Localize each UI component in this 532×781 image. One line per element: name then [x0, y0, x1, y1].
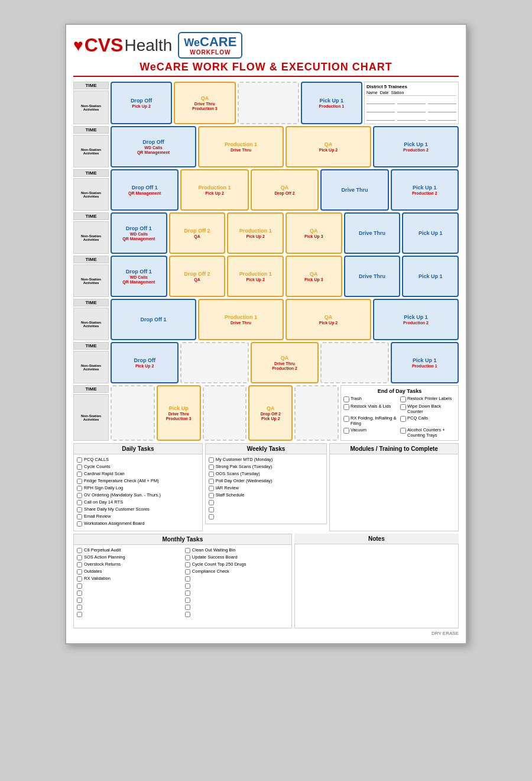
daily-fridge[interactable]: Fridge Temperature Check (AM + PM) — [77, 478, 199, 484]
daily-check-6[interactable] — [77, 493, 82, 498]
daily-share[interactable]: Share Daily My Customer Scores — [77, 506, 199, 512]
daily-workstation[interactable]: Workstation Assignment Board — [77, 521, 199, 527]
daily-check-8[interactable] — [77, 507, 82, 512]
monthly-blank-3[interactable] — [77, 597, 180, 603]
monthly-check-17[interactable] — [185, 590, 190, 596]
daily-check-10[interactable] — [77, 521, 82, 527]
eod-item-1[interactable]: Trash — [343, 396, 399, 402]
stations-row-3: Drop Off 1 QR Management Production 1 Pi… — [111, 169, 459, 211]
weekly-blank-2[interactable] — [209, 506, 324, 512]
eod-check-8[interactable] — [400, 428, 406, 434]
weekly-check-1[interactable] — [209, 457, 214, 463]
weekly-check-3[interactable] — [209, 472, 214, 477]
weekly-check-2[interactable] — [209, 464, 214, 470]
monthly-check-13[interactable] — [185, 562, 190, 567]
monthly-check-2[interactable] — [77, 555, 82, 560]
eod-check-4[interactable] — [400, 404, 406, 410]
weekly-check-9[interactable] — [209, 514, 214, 519]
weekly-strong[interactable]: Strong Pak Scans (Tuesday) — [209, 464, 324, 470]
eod-item-2[interactable]: Restock Printer Labels — [400, 396, 456, 402]
monthly-blank-4[interactable] — [77, 604, 180, 610]
daily-rph[interactable]: RPH Sign Daily Log — [77, 485, 199, 491]
daily-check-5[interactable] — [77, 486, 82, 491]
monthly-check-9[interactable] — [77, 605, 82, 610]
monthly-cycle[interactable]: Cycle Count Top 250 Drugs — [185, 561, 288, 567]
monthly-rx[interactable]: RX Validation — [77, 576, 180, 582]
eod-item-3[interactable]: Restock Vials & Lids — [343, 404, 399, 414]
monthly-check-16[interactable] — [185, 583, 190, 589]
daily-cycle[interactable]: Cycle Counts — [77, 464, 199, 470]
monthly-blank-r6[interactable] — [185, 611, 288, 617]
monthly-check-11[interactable] — [185, 548, 190, 553]
daily-ov[interactable]: OV Ordering (Mandatory Sun. - Thurs.) — [77, 492, 199, 498]
eod-item-8[interactable]: Alcohol Counters + Counting Trays — [400, 427, 456, 438]
monthly-check-4[interactable] — [77, 569, 82, 575]
weekly-mycust[interactable]: My Customer MTD (Monday) — [209, 457, 324, 463]
daily-check-9[interactable] — [77, 514, 82, 519]
eod-check-5[interactable] — [343, 416, 349, 422]
monthly-blank-r3[interactable] — [185, 590, 288, 596]
eod-item-5[interactable]: RX Folding, InRailing & Filing — [343, 415, 399, 426]
monthly-blank-5[interactable] — [77, 611, 180, 617]
weekly-check-4[interactable] — [209, 479, 214, 484]
monthly-blank-r1[interactable] — [185, 576, 288, 582]
daily-call14[interactable]: Call on Day 14 RTS — [77, 499, 199, 505]
eod-check-3[interactable] — [343, 404, 349, 410]
weekly-check-5[interactable] — [209, 486, 214, 491]
monthly-check-19[interactable] — [185, 605, 190, 610]
daily-cardinal[interactable]: Cardinal Rapid Scan — [77, 471, 199, 477]
modules-box: Modules / Training to Complete — [329, 443, 459, 531]
weekly-oos[interactable]: OOS Scans (Tuesday) — [209, 471, 324, 477]
monthly-compliance[interactable]: Compliance Check — [185, 569, 288, 575]
daily-check-3[interactable] — [77, 472, 82, 477]
weekly-poll[interactable]: Poll Day Order (Wednesday) — [209, 478, 324, 484]
weekly-staff[interactable]: Staff Schedule — [209, 492, 324, 498]
monthly-blank-r2[interactable] — [185, 583, 288, 589]
monthly-cleanout[interactable]: Clean Out Waiting Bin — [185, 547, 288, 553]
weekly-check-8[interactable] — [209, 507, 214, 512]
monthly-check-10[interactable] — [77, 612, 82, 617]
weekly-iar[interactable]: IAR Review — [209, 485, 324, 491]
monthly-outdates[interactable]: Outdates — [77, 569, 180, 575]
daily-pcq[interactable]: PCQ CALLS — [77, 457, 199, 463]
weekly-blank-1[interactable] — [209, 499, 324, 505]
monthly-check-15[interactable] — [185, 576, 190, 582]
monthly-blank-2[interactable] — [77, 590, 180, 596]
monthly-check-1[interactable] — [77, 548, 82, 553]
daily-check-4[interactable] — [77, 479, 82, 484]
monthly-overstock[interactable]: Overstock Returns — [77, 561, 180, 567]
eod-item-6[interactable]: PCQ Calls — [400, 415, 456, 426]
weekly-check-6[interactable] — [209, 493, 214, 498]
monthly-check-14[interactable] — [185, 569, 190, 575]
monthly-blank-r4[interactable] — [185, 597, 288, 603]
eod-check-7[interactable] — [343, 428, 349, 434]
daily-email[interactable]: Email Review — [77, 514, 199, 519]
monthly-blank-1[interactable] — [77, 583, 180, 589]
station-r6-1: Drop Off 1 — [111, 299, 196, 340]
nonstation-7: Non-Station Activities — [73, 351, 109, 383]
station-r2-4: Pick Up 1 Production 2 — [373, 126, 459, 167]
eod-item-4[interactable]: Wipe Down Back Counter — [400, 404, 456, 414]
eod-item-7[interactable]: Vacuum — [343, 427, 399, 438]
monthly-c8[interactable]: C8 Perpetual Audit — [77, 547, 180, 553]
monthly-check-6[interactable] — [77, 583, 82, 589]
daily-check-2[interactable] — [77, 464, 82, 470]
monthly-check-3[interactable] — [77, 562, 82, 567]
monthly-blank-r5[interactable] — [185, 604, 288, 610]
eod-check-2[interactable] — [400, 396, 406, 402]
monthly-update[interactable]: Update Success Board — [185, 554, 288, 560]
monthly-check-18[interactable] — [185, 598, 190, 603]
monthly-check-5[interactable] — [77, 576, 82, 582]
eod-check-6[interactable] — [400, 416, 406, 422]
daily-check-1[interactable] — [77, 457, 82, 463]
stations-row-8: Pick Up Drive ThruProduction 3 QA Drop O… — [111, 385, 339, 441]
weekly-check-7[interactable] — [209, 500, 214, 505]
eod-check-1[interactable] — [343, 396, 349, 402]
weekly-blank-3[interactable] — [209, 514, 324, 519]
monthly-check-8[interactable] — [77, 598, 82, 603]
monthly-sos[interactable]: SOS Action Planning — [77, 554, 180, 560]
daily-check-7[interactable] — [77, 500, 82, 505]
monthly-check-7[interactable] — [77, 590, 82, 596]
monthly-check-20[interactable] — [185, 612, 190, 617]
monthly-check-12[interactable] — [185, 555, 190, 560]
